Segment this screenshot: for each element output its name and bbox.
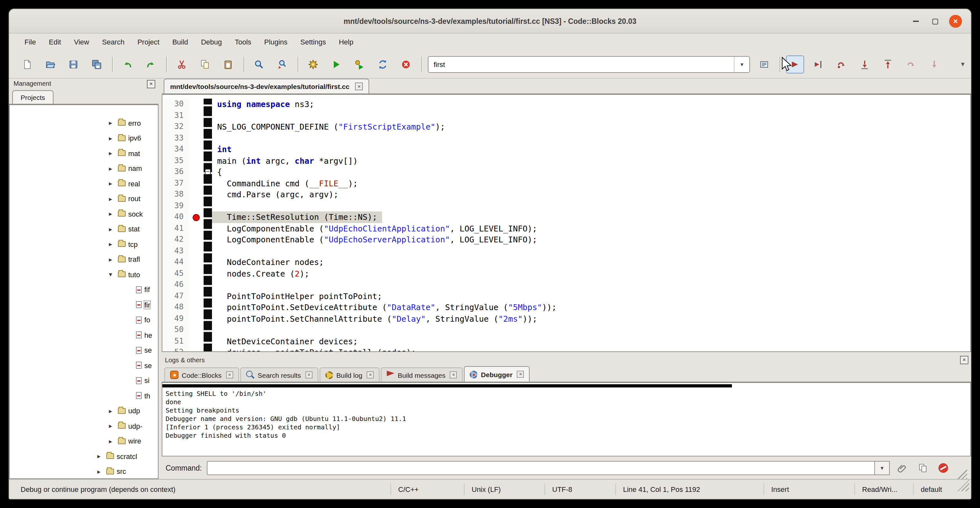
code-line-30[interactable]: 30using namespace ns3;	[162, 99, 970, 110]
code-line-50[interactable]: 50	[162, 324, 970, 336]
fold-collapse-icon[interactable]: −	[205, 169, 211, 175]
build-target-select[interactable]: first ▾	[428, 56, 750, 73]
chevron-right-icon[interactable]: ▸	[109, 408, 118, 414]
tree-item-real[interactable]: ▸real	[10, 176, 158, 191]
tree-item-erro[interactable]: ▸erro	[10, 115, 158, 131]
breakpoint-margin[interactable]	[189, 313, 204, 324]
open-file-button[interactable]	[41, 55, 59, 73]
close-button[interactable]: ×	[949, 15, 962, 28]
chevron-right-icon[interactable]: ▸	[109, 438, 118, 445]
tree-item-tcp[interactable]: ▸tcp	[10, 237, 158, 252]
menu-tools[interactable]: Tools	[228, 33, 258, 50]
code-line-32[interactable]: 32NS_LOG_COMPONENT_DEFINE ("FirstScriptE…	[162, 121, 970, 132]
cut-button[interactable]	[173, 55, 191, 73]
breakpoint-margin[interactable]	[189, 110, 204, 121]
chevron-down-icon[interactable]: ▾	[734, 56, 749, 72]
chevron-right-icon[interactable]: ▸	[109, 256, 118, 263]
code-line-31[interactable]: 31	[162, 110, 970, 121]
breakpoint-margin[interactable]	[189, 234, 204, 245]
chevron-right-icon[interactable]: ▸	[109, 226, 118, 233]
breakpoint-margin[interactable]	[189, 121, 204, 132]
breakpoint-margin[interactable]	[189, 189, 204, 200]
tree-item-fo[interactable]: fo	[10, 312, 158, 328]
breakpoint-margin[interactable]	[189, 212, 204, 223]
code-line-49[interactable]: 49 pointToPoint.SetChannelAttribute ("De…	[162, 313, 970, 324]
breakpoint-margin[interactable]	[189, 99, 204, 110]
management-close-icon[interactable]: ×	[147, 80, 155, 88]
chevron-right-icon[interactable]: ▸	[109, 180, 118, 187]
chevron-right-icon[interactable]: ▸	[97, 468, 106, 475]
breakpoint-margin[interactable]	[189, 200, 204, 212]
copy-button[interactable]	[196, 55, 214, 73]
log-tab-build-log[interactable]: Build log×	[320, 368, 380, 382]
step-into-button[interactable]	[856, 55, 874, 73]
menu-settings[interactable]: Settings	[294, 33, 332, 50]
chevron-right-icon[interactable]: ▸	[109, 210, 118, 218]
command-input[interactable]	[207, 460, 875, 475]
code-line-36[interactable]: 36−{	[162, 166, 970, 178]
step-out-button[interactable]	[879, 55, 897, 73]
logs-close-icon[interactable]: ×	[960, 356, 969, 364]
code-line-38[interactable]: 38 cmd.Parse (argc, argv);	[162, 189, 970, 200]
code-line-45[interactable]: 45 nodes.Create (2);	[162, 268, 970, 279]
code-line-48[interactable]: 48 pointToPoint.SetDeviceAttribute ("Dat…	[162, 302, 970, 313]
redo-button[interactable]	[142, 55, 160, 73]
chevron-right-icon[interactable]: ▸	[109, 195, 118, 202]
copy-log-button[interactable]	[914, 460, 931, 475]
run-to-cursor-button[interactable]	[809, 55, 827, 73]
breakpoint-margin[interactable]	[189, 256, 204, 268]
chevron-down-icon[interactable]: ▾	[109, 271, 118, 278]
breakpoint-margin[interactable]	[189, 132, 204, 144]
tree-item-udp[interactable]: ▸udp-	[10, 419, 158, 433]
paste-button[interactable]	[219, 55, 237, 73]
tree-item-se[interactable]: se	[10, 342, 158, 358]
build-and-run-button[interactable]	[350, 55, 369, 73]
tree-item-ipv6[interactable]: ▸ipv6	[10, 131, 158, 146]
tree-item-fir[interactable]: fir	[10, 297, 158, 312]
editor-tab-close-icon[interactable]: ×	[355, 83, 363, 90]
rebuild-button[interactable]	[374, 55, 392, 73]
panel-resize-grip[interactable]	[957, 469, 967, 479]
tree-item-tuto[interactable]: ▾tuto	[10, 267, 158, 282]
titlebar[interactable]: mnt/dev/tools/source/ns-3-dev/examples/t…	[9, 9, 971, 33]
window-resize-grip[interactable]	[958, 479, 969, 491]
code-editor[interactable]: 30using namespace ns3;3132NS_LOG_COMPONE…	[162, 94, 971, 352]
attach-button[interactable]	[894, 460, 910, 475]
menu-debug[interactable]: Debug	[194, 33, 228, 50]
log-tab-search-results[interactable]: Search results×	[240, 368, 318, 382]
chevron-right-icon[interactable]: ▸	[109, 241, 118, 248]
editor-tab-first-cc[interactable]: mnt/dev/tools/source/ns-3-dev/examples/t…	[164, 79, 369, 94]
menu-file[interactable]: File	[18, 33, 42, 50]
tree-item-nam[interactable]: ▸nam	[10, 161, 158, 176]
menu-search[interactable]: Search	[96, 33, 131, 50]
code-line-46[interactable]: 46	[162, 279, 970, 290]
log-tab-code-blocks[interactable]: Code::Blocks×	[164, 368, 239, 382]
tree-item-rout[interactable]: ▸rout	[10, 191, 158, 206]
tree-item-scratcl[interactable]: ▸scratcl	[10, 449, 158, 464]
close-icon[interactable]: ×	[450, 371, 457, 378]
breakpoint-margin[interactable]	[189, 290, 204, 302]
next-instruction-button[interactable]	[902, 55, 920, 73]
toolbar-overflow-chevron-icon[interactable]: ▾	[961, 60, 964, 68]
code-line-43[interactable]: 43	[162, 245, 970, 256]
code-line-47[interactable]: 47 PointToPointHelper pointToPoint;	[162, 290, 970, 302]
tree-item-udp[interactable]: ▸udp	[10, 403, 158, 419]
breakpoint-margin[interactable]	[189, 166, 204, 178]
code-line-37[interactable]: 37 CommandLine cmd (__FILE__);	[162, 178, 970, 189]
close-icon[interactable]: ×	[367, 371, 374, 378]
code-line-44[interactable]: 44 NodeContainer nodes;	[162, 256, 970, 268]
log-tab-debugger[interactable]: Debugger×	[464, 366, 530, 382]
tree-item-wire[interactable]: ▸wire	[10, 433, 158, 449]
chevron-right-icon[interactable]: ▸	[109, 423, 118, 430]
step-into-instruction-button[interactable]	[925, 55, 943, 73]
breakpoint-margin[interactable]	[189, 223, 204, 234]
maximize-button[interactable]	[929, 15, 941, 28]
chevron-right-icon[interactable]: ▸	[109, 150, 118, 157]
code-line-34[interactable]: 34int	[162, 144, 970, 155]
breakpoint-margin[interactable]	[189, 324, 204, 336]
menu-build[interactable]: Build	[166, 33, 194, 50]
find-button[interactable]	[250, 55, 268, 73]
menu-view[interactable]: View	[67, 33, 95, 50]
tab-projects[interactable]: Projects	[12, 90, 54, 104]
chevron-right-icon[interactable]: ▸	[109, 135, 118, 142]
